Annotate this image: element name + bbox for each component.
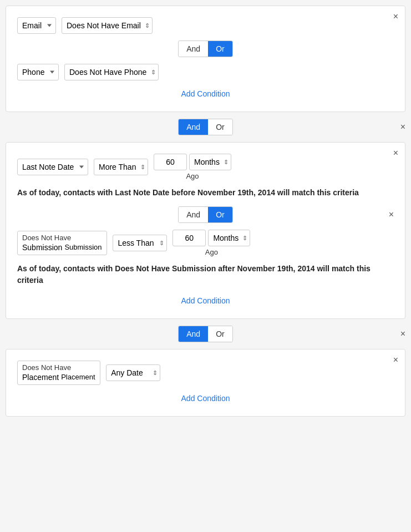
submission-value-input[interactable] xyxy=(172,230,206,246)
placement-operator-wrapper: Any Date More Than Less Than Exactly xyxy=(106,364,160,381)
group2-add-condition-btn[interactable]: Add Condition xyxy=(181,294,230,307)
connector1-close-icon[interactable]: × xyxy=(400,122,405,132)
group1-add-condition-btn[interactable]: Add Condition xyxy=(181,87,230,100)
condition-email: Email Does Not Have Email Has Email xyxy=(17,17,394,34)
group2-inner-toggle: And Or xyxy=(178,206,232,223)
group1-inner-or-btn[interactable]: Or xyxy=(208,41,232,57)
connector1-or-btn[interactable]: Or xyxy=(208,119,232,135)
phone-operator-select[interactable]: Does Not Have Phone Has Phone xyxy=(64,64,159,80)
last-note-value-group: Months Days Years Ago xyxy=(154,154,231,180)
last-note-value-input[interactable] xyxy=(154,154,187,170)
submission-ago-label: Ago xyxy=(205,248,218,256)
submission-description: As of today, contacts with Does Not Have… xyxy=(17,263,394,286)
placement-field-top: Does Not Have xyxy=(22,363,95,372)
condition-phone: Phone Does Not Have Phone Has Phone xyxy=(17,64,394,80)
last-note-operator-wrapper: More Than Less Than Exactly Any Date xyxy=(94,159,148,175)
group-1-close-icon[interactable]: × xyxy=(393,12,398,22)
last-note-ago-label: Ago xyxy=(186,172,199,180)
email-field-wrapper: Email xyxy=(17,17,56,34)
connector2-toggle: And Or xyxy=(178,326,232,342)
submission-operator-select[interactable]: Less Than More Than Exactly Any Date xyxy=(113,235,167,251)
submission-field-top: Does Not Have xyxy=(22,234,102,242)
connector2-close-icon[interactable]: × xyxy=(400,329,405,339)
phone-operator-wrapper: Does Not Have Phone Has Phone xyxy=(64,64,159,80)
submission-unit-select[interactable]: Months Days Years xyxy=(208,230,250,246)
group3-add-condition-btn[interactable]: Add Condition xyxy=(181,392,230,405)
submission-value-group: Months Days Years Ago xyxy=(172,230,250,256)
group2-inner-close-icon[interactable]: × xyxy=(389,210,394,220)
email-field-select[interactable]: Email xyxy=(17,17,56,34)
group-1: × Email Does Not Have Email Has Email An… xyxy=(6,6,405,112)
group-2: × Last Note Date More Than Less Than Exa… xyxy=(6,142,405,319)
phone-field-select[interactable]: Phone xyxy=(17,64,59,80)
connector1-toggle: And Or xyxy=(178,119,232,135)
placement-field-bottom-select[interactable]: Placement xyxy=(61,372,95,382)
connector-2: And Or × xyxy=(6,319,405,349)
group2-inner-or-btn[interactable]: Or xyxy=(208,207,232,222)
email-operator-select[interactable]: Does Not Have Email Has Email xyxy=(62,17,153,34)
group-3: × Does Not Have Placement Placement Any … xyxy=(6,349,405,417)
phone-field-wrapper: Phone xyxy=(17,64,59,80)
placement-field-bottom-row: Placement Placement xyxy=(22,372,95,382)
submission-field-bottom-label: Submission xyxy=(22,243,62,252)
condition-submission: Does Not Have Submission Submission Less… xyxy=(17,230,394,256)
placement-operator-select[interactable]: Any Date More Than Less Than Exactly xyxy=(106,364,160,381)
last-note-description: As of today, contacts with Last Note Dat… xyxy=(17,187,394,199)
group-3-close-icon[interactable]: × xyxy=(393,355,398,365)
submission-field-bottom-row: Submission Submission xyxy=(22,242,102,252)
submission-field-bottom-select[interactable]: Submission xyxy=(64,242,102,252)
group1-inner-toggle: And Or xyxy=(178,40,232,57)
connector-1: And Or × xyxy=(6,112,405,142)
condition-last-note: Last Note Date More Than Less Than Exact… xyxy=(17,154,394,180)
last-note-operator-select[interactable]: More Than Less Than Exactly Any Date xyxy=(94,159,148,175)
submission-unit-wrapper: Months Days Years xyxy=(208,230,250,246)
last-note-field-wrapper: Last Note Date xyxy=(17,159,88,175)
email-operator-wrapper: Does Not Have Email Has Email xyxy=(62,17,153,34)
last-note-unit-select[interactable]: Months Days Years xyxy=(189,154,231,170)
group1-inner-and-btn[interactable]: And xyxy=(179,41,208,57)
group2-inner-and-btn[interactable]: And xyxy=(179,207,208,222)
placement-field-bottom-label: Placement xyxy=(22,373,59,382)
group-2-close-icon[interactable]: × xyxy=(393,148,398,158)
submission-field-wrapper: Does Not Have Submission Submission xyxy=(17,231,107,255)
connector1-and-btn[interactable]: And xyxy=(179,119,208,135)
connector2-and-btn[interactable]: And xyxy=(179,326,208,342)
last-note-field-select[interactable]: Last Note Date xyxy=(17,159,88,175)
last-note-unit-wrapper: Months Days Years xyxy=(189,154,231,170)
submission-operator-wrapper: Less Than More Than Exactly Any Date xyxy=(113,235,167,251)
condition-placement: Does Not Have Placement Placement Any Da… xyxy=(17,361,394,385)
placement-field-wrapper: Does Not Have Placement Placement xyxy=(17,361,100,385)
connector2-or-btn[interactable]: Or xyxy=(208,326,232,342)
